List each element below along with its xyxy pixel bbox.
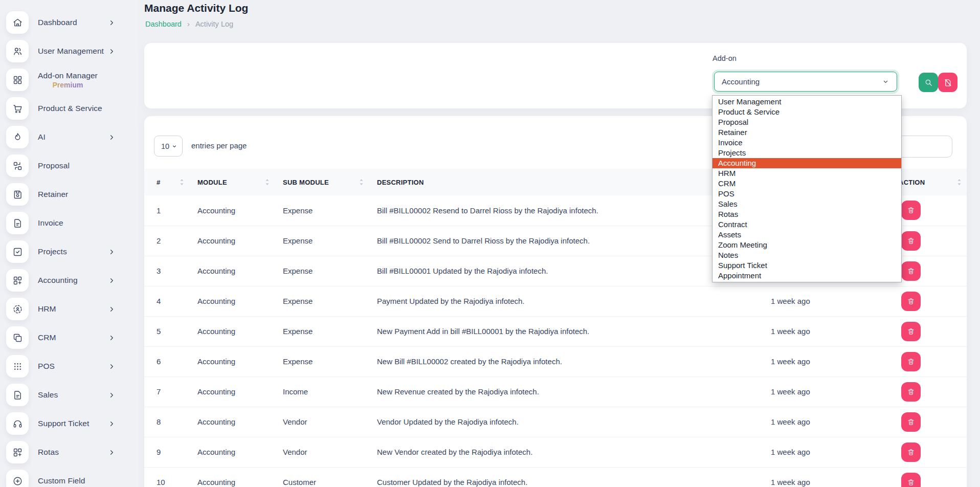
cell-description: New Bill #BILL00002 created by the Rajod…	[377, 346, 771, 377]
dropdown-option[interactable]: Retainer	[712, 127, 901, 138]
doc-icon	[6, 384, 29, 406]
delete-button[interactable]	[901, 292, 921, 311]
cell-module: Accounting	[197, 195, 283, 226]
trash-icon	[907, 297, 915, 305]
delete-button[interactable]	[901, 322, 921, 341]
dots-icon	[6, 355, 29, 378]
dropdown-option[interactable]: Product & Service	[712, 107, 901, 117]
cell-sub-module: Expense	[283, 226, 377, 256]
cell-date: 1 week ago	[771, 316, 899, 346]
chevron-down-icon	[882, 78, 889, 85]
dropdown-option[interactable]: Assets	[712, 230, 901, 240]
cell-number: 9	[144, 437, 197, 467]
cell-date: 1 week ago	[771, 286, 899, 316]
chevron-right-icon	[108, 305, 116, 313]
sidebar-item-user-management[interactable]: User Management	[0, 37, 138, 65]
dropdown-option[interactable]: Support Ticket	[712, 260, 901, 271]
header-action[interactable]: ACTION	[899, 169, 967, 195]
table-row: 7 Accounting Income New Revenue created …	[144, 377, 967, 407]
chevron-right-icon	[108, 420, 116, 428]
clear-filter-button[interactable]	[938, 73, 957, 92]
cart-icon	[6, 97, 29, 120]
sidebar-item-label: User Management	[38, 47, 104, 56]
cell-module: Accounting	[197, 226, 283, 256]
user-dashed-icon	[6, 298, 29, 320]
cell-date: 1 week ago	[771, 437, 899, 467]
dropdown-option[interactable]: CRM	[712, 179, 901, 189]
ai-icon	[6, 126, 29, 148]
sort-icon[interactable]	[957, 179, 962, 186]
delete-button[interactable]	[901, 261, 921, 281]
sidebar-item-hrm[interactable]: HRM	[0, 295, 138, 323]
cell-number: 5	[144, 316, 197, 346]
sidebar-item-label: Invoice	[38, 218, 63, 228]
header-number[interactable]: #	[144, 169, 197, 195]
sidebar-item-invoice[interactable]: Invoice	[0, 209, 138, 237]
dropdown-option[interactable]: Notes	[712, 250, 901, 260]
cell-number: 6	[144, 346, 197, 377]
dropdown-option[interactable]: POS	[712, 189, 901, 199]
sidebar-item-dashboard[interactable]: Dashboard	[0, 8, 138, 37]
trash-icon	[907, 448, 915, 456]
sidebar-item-support-ticket[interactable]: Support Ticket	[0, 409, 138, 438]
addon-select[interactable]: Accounting	[714, 72, 897, 92]
sort-icon[interactable]	[265, 179, 270, 186]
sidebar-item-label: Rotas	[38, 448, 59, 457]
dropdown-option[interactable]: Rotas	[712, 209, 901, 219]
sidebar-item-rotas[interactable]: Rotas	[0, 438, 138, 467]
sidebar-item-crm[interactable]: CRM	[0, 323, 138, 352]
cell-sub-module: Expense	[283, 195, 377, 226]
dropdown-option[interactable]: Sales	[712, 199, 901, 209]
delete-button[interactable]	[901, 412, 921, 432]
sidebar-item-projects[interactable]: Projects	[0, 237, 138, 266]
dropdown-option[interactable]: User Management	[712, 97, 901, 107]
sidebar-item-accounting[interactable]: Accounting	[0, 266, 138, 295]
cell-sub-module: Vendor	[283, 437, 377, 467]
cell-description: New Payment Add in bill #BILL00001 by th…	[377, 316, 771, 346]
sidebar-item-ai[interactable]: AI	[0, 123, 138, 151]
chevron-right-icon	[108, 449, 116, 456]
dropdown-option[interactable]: Zoom Meeting	[712, 240, 901, 250]
cell-description: Payment Updated by the Rajodiya infotech…	[377, 286, 771, 316]
sidebar-item-proposal[interactable]: Proposal	[0, 151, 138, 180]
delete-button[interactable]	[901, 382, 921, 402]
sidebar-item-custom-field[interactable]: Custom Field	[0, 467, 138, 487]
dropdown-option[interactable]: Appointment	[712, 271, 901, 281]
breadcrumb: Dashboard › Activity Log	[145, 19, 233, 28]
dropdown-option[interactable]: HRM	[712, 168, 901, 179]
delete-button[interactable]	[901, 231, 921, 251]
delete-button[interactable]	[901, 201, 921, 220]
dropdown-option[interactable]: Invoice	[712, 138, 901, 148]
sidebar: Dashboard User Management Add-on Manager…	[0, 0, 138, 487]
sidebar-item-sales[interactable]: Sales	[0, 381, 138, 409]
dropdown-option[interactable]: Accounting	[712, 158, 901, 168]
header-module[interactable]: MODULE	[197, 169, 283, 195]
table-row: 5 Accounting Expense New Payment Add in …	[144, 316, 967, 346]
sidebar-item-add-on-manager[interactable]: Add-on Manager Premium	[0, 65, 138, 94]
entries-per-page-select[interactable]: 10	[154, 136, 183, 157]
sidebar-item-retainer[interactable]: Retainer	[0, 180, 138, 209]
sidebar-item-pos[interactable]: POS	[0, 352, 138, 381]
sidebar-item-label: CRM	[38, 333, 56, 342]
delete-button[interactable]	[901, 473, 921, 487]
cell-module: Accounting	[197, 316, 283, 346]
cell-number: 10	[144, 467, 197, 487]
entries-per-page-label: entries per page	[191, 141, 247, 150]
delete-button[interactable]	[901, 352, 921, 371]
sidebar-item-label: Custom Field	[38, 476, 85, 485]
dropdown-option[interactable]: Projects	[712, 148, 901, 158]
swap-icon	[6, 154, 29, 177]
search-button[interactable]	[919, 73, 938, 92]
delete-button[interactable]	[901, 442, 921, 462]
breadcrumb-dashboard-link[interactable]: Dashboard	[145, 20, 182, 28]
sidebar-item-label: Support Ticket	[38, 419, 89, 428]
trash-icon	[907, 206, 915, 214]
sidebar-item-product-service[interactable]: Product & Service	[0, 94, 138, 123]
cell-date: 1 week ago	[771, 467, 899, 487]
dropdown-option[interactable]: Contract	[712, 219, 901, 230]
activity-log-page: Dashboard User Management Add-on Manager…	[0, 0, 980, 487]
sort-icon[interactable]	[359, 179, 364, 186]
header-sub-module[interactable]: SUB MODULE	[283, 169, 377, 195]
dropdown-option[interactable]: Proposal	[712, 117, 901, 127]
sort-icon[interactable]	[180, 179, 184, 186]
